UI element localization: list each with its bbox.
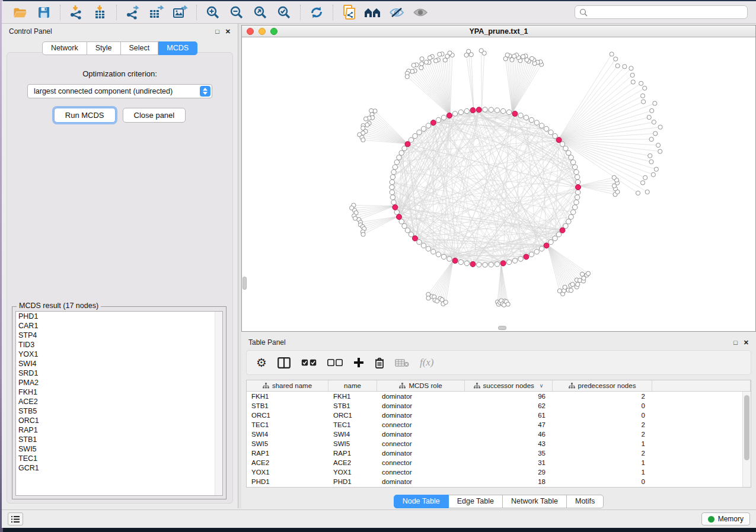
network-canvas[interactable] (242, 37, 755, 331)
zoom-in-icon[interactable] (203, 4, 223, 21)
import-network-from-file-icon[interactable] (66, 4, 87, 21)
table-scrollbar[interactable] (742, 392, 751, 487)
sort-caret-icon[interactable]: ∨ (540, 383, 544, 389)
table-row[interactable]: ORC1ORC1dominator610 (247, 411, 742, 420)
column-header-predecessor-nodes[interactable]: predecessor nodes (553, 380, 652, 391)
zoom-out-icon[interactable] (227, 4, 247, 21)
table-row[interactable]: RAP1RAP1dominator352 (247, 448, 742, 458)
hide-selected-icon[interactable] (387, 4, 407, 21)
table-scrollbar-thumb[interactable] (744, 395, 749, 460)
open-file-icon[interactable] (10, 4, 30, 21)
mcds-result-item[interactable]: YOX1 (16, 350, 222, 359)
tab-select[interactable]: Select (121, 41, 159, 55)
cell-successors: 46 (465, 431, 553, 438)
cell-role: dominator (377, 431, 465, 438)
mcds-result-item[interactable]: FKH1 (16, 387, 222, 397)
mcds-result-list[interactable]: PHD1CAR1STP4TID3YOX1SWI4SRD1PMA2FKH1ACE2… (15, 311, 223, 496)
cell-predecessors: 2 (553, 431, 652, 438)
select-all-check-icon[interactable] (301, 359, 317, 366)
column-header-filler (652, 380, 751, 391)
tab-mcds[interactable]: MCDS (158, 41, 197, 55)
save-session-icon[interactable] (34, 4, 54, 21)
column-label: MCDS role (409, 382, 442, 389)
table-row[interactable]: PHD1PHD1dominator180 (247, 477, 742, 486)
apply-preferred-layout-icon[interactable] (307, 4, 327, 21)
cell-name: PHD1 (328, 478, 377, 485)
task-history-button[interactable] (8, 512, 23, 525)
add-column-icon[interactable] (353, 357, 364, 368)
column-layout-icon[interactable] (277, 357, 291, 368)
cell-successors: 29 (465, 469, 553, 476)
new-network-from-selection-icon[interactable] (339, 4, 359, 21)
zoom-selected-icon[interactable] (274, 4, 294, 21)
cell-predecessors: 2 (553, 421, 652, 428)
node-table: shared namenameMCDS rolesuccessor nodes∨… (246, 380, 751, 488)
run-mcds-button[interactable]: Run MCDS (54, 108, 116, 123)
zoom-fit-content-icon[interactable] (250, 4, 270, 21)
cell-predecessors: 0 (553, 402, 652, 409)
tab-style[interactable]: Style (87, 41, 121, 55)
mcds-result-item[interactable]: ACE2 (16, 397, 222, 406)
mcds-result-item[interactable]: STB1 (16, 435, 222, 444)
close-panel-icon[interactable]: ✕ (225, 28, 231, 35)
table-row[interactable]: STB1STB1dominator620 (247, 401, 742, 411)
cell-shared_name: TEC1 (247, 421, 328, 428)
tab-node-table[interactable]: Node Table (394, 495, 449, 508)
table-settings-icon[interactable]: ⚙ (256, 355, 267, 370)
tab-network[interactable]: Network (42, 41, 87, 55)
network-vertical-scrollbar[interactable] (243, 277, 247, 290)
tab-network-table[interactable]: Network Table (503, 495, 567, 508)
float-panel-icon[interactable]: □ (733, 339, 738, 346)
network-window-title: YPA_prune.txt_1 (242, 27, 755, 36)
mcds-result-item[interactable]: STP4 (16, 331, 222, 340)
mcds-list-scrollbar[interactable] (215, 312, 222, 495)
column-header-shared-name[interactable]: shared name (247, 380, 328, 391)
mcds-result-item[interactable]: SRD1 (16, 368, 222, 378)
network-window-titlebar[interactable]: YPA_prune.txt_1 (242, 25, 755, 37)
mcds-result-item[interactable]: PHD1 (16, 312, 222, 321)
cell-shared_name: RAP1 (247, 450, 328, 457)
table-row[interactable]: TEC1TEC1connector472 (247, 420, 742, 430)
search-input[interactable] (575, 5, 748, 19)
show-all-icon[interactable] (410, 4, 430, 21)
column-header-name[interactable]: name (328, 380, 377, 391)
network-graph[interactable] (242, 37, 755, 331)
cell-predecessors: 1 (553, 459, 652, 466)
memory-button[interactable]: Memory (701, 512, 750, 525)
node-table-body: FKH1FKH1dominator962STB1STB1dominator620… (247, 392, 742, 487)
mcds-result-item[interactable]: ORC1 (16, 416, 222, 425)
mcds-result-item[interactable]: TEC1 (16, 454, 222, 463)
float-panel-icon[interactable]: □ (215, 28, 219, 35)
export-network-icon[interactable] (123, 4, 143, 21)
export-table-icon[interactable] (146, 4, 167, 21)
tab-edge-table[interactable]: Edge Table (449, 495, 503, 508)
column-header-MCDS-role[interactable]: MCDS role (377, 380, 465, 391)
close-panel-button[interactable]: Close panel (123, 108, 186, 123)
mcds-result-item[interactable]: STB5 (16, 406, 222, 416)
deselect-all-icon[interactable] (327, 359, 343, 366)
cell-name: ACE2 (328, 459, 377, 466)
close-panel-icon[interactable]: ✕ (744, 339, 749, 346)
mcds-result-item[interactable]: CAR1 (16, 321, 222, 331)
table-row[interactable]: SWI4SWI4dominator462 (247, 430, 742, 439)
control-panel-title: Control Panel (9, 27, 52, 36)
mcds-result-item[interactable]: RAP1 (16, 425, 222, 435)
network-horizontal-scrollbar[interactable] (498, 326, 506, 330)
import-table-from-file-icon[interactable] (90, 4, 110, 21)
column-header-successor-nodes[interactable]: successor nodes∨ (465, 380, 553, 391)
mcds-result-item[interactable]: PMA2 (16, 378, 222, 387)
mcds-result-item[interactable]: SWI4 (16, 359, 222, 368)
first-neighbors-icon[interactable] (363, 4, 383, 21)
mcds-result-item[interactable]: GCR1 (16, 463, 222, 473)
mcds-result-item[interactable]: SWI5 (16, 444, 222, 454)
tab-motifs[interactable]: Motifs (567, 495, 604, 508)
table-row[interactable]: YOX1YOX1connector291 (247, 467, 742, 477)
criterion-select[interactable]: largest connected component (undirected) (27, 84, 212, 98)
delete-column-icon[interactable] (375, 357, 384, 368)
mcds-result-item[interactable]: TID3 (16, 340, 222, 350)
table-row[interactable]: ACE2ACE2connector311 (247, 458, 742, 467)
export-image-icon[interactable] (170, 4, 190, 21)
table-row[interactable]: SWI5SWI5connector431 (247, 439, 742, 448)
node-table-header: shared namenameMCDS rolesuccessor nodes∨… (247, 380, 751, 392)
table-row[interactable]: FKH1FKH1dominator962 (247, 392, 742, 401)
